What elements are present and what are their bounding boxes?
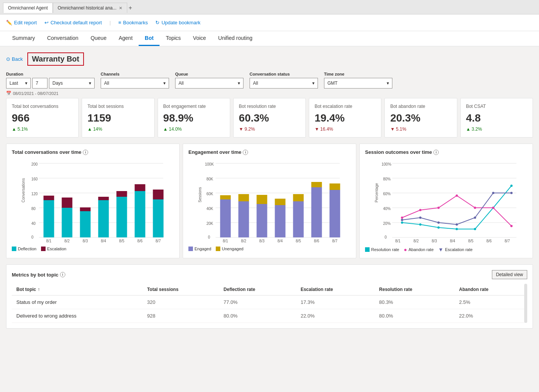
arrow-up-icon: ▲ [87,126,92,132]
tab-conversation[interactable]: Conversation [41,31,85,46]
checkout-report-button[interactable]: ↩ Checkout default report [44,20,102,25]
svg-text:80K: 80K [207,177,213,181]
info-icon[interactable]: i [83,150,88,155]
tab-bot[interactable]: Bot [139,31,160,46]
svg-text:120: 120 [32,192,38,196]
chevron-down-icon: ▾ [387,81,389,86]
engagement-chart: 100K 80K 60K 40K 20K 0 Sessions [188,159,351,242]
chart-session-outcomes: Session outcomes over time i 100% 80% 60… [359,144,533,258]
tab-topics[interactable]: Topics [160,31,187,46]
engaged-legend-color [188,247,193,251]
svg-rect-59 [311,182,322,187]
queue-select[interactable]: All ▾ [175,78,243,89]
svg-text:8/1: 8/1 [223,239,228,242]
svg-point-95 [492,207,495,209]
col-abandon-rate: Abandon rate [454,284,527,296]
col-bot-topic: Bot topic ↑ [12,284,142,296]
svg-rect-18 [80,207,91,211]
svg-point-87 [474,228,476,230]
svg-point-94 [474,207,476,209]
svg-text:8/7: 8/7 [505,239,510,242]
svg-text:8/3: 8/3 [259,239,265,242]
svg-point-103 [511,192,513,194]
cell-deflection-1: 80.0% [219,309,296,323]
kpi-bot-csat: Bot CSAT 4.8 ▲ 3.2% [460,98,533,138]
timezone-select[interactable]: GMT ▾ [324,78,392,89]
cell-escalation-0: 17.3% [296,296,375,309]
tab-omnichannel-historical[interactable]: Omnichannel historical ana... ✕ [53,3,127,13]
charts-row: Total conversations over time i 200 160 … [6,144,533,258]
svg-text:Percentage: Percentage [375,183,379,202]
date-range-label: 📅 08/01/2021 - 08/07/2021 [6,91,95,96]
svg-text:200: 200 [32,162,38,166]
svg-point-90 [401,217,403,219]
total-conversations-chart: 200 160 120 80 40 0 Conversations [12,159,174,242]
tab-queue[interactable]: Queue [84,31,112,46]
arrow-down-icon: ▼ [390,126,395,132]
svg-text:60K: 60K [207,192,213,196]
svg-rect-13 [44,200,54,237]
metrics-table-section: Metrics by bot topic i Detailed view Bot… [6,264,533,329]
svg-text:8/5: 8/5 [468,239,474,242]
svg-text:8/2: 8/2 [241,239,247,242]
svg-rect-21 [117,197,127,237]
cell-sessions-1: 928 [142,309,219,323]
kpi-change-3: ▼ 9.2% [239,126,300,132]
svg-text:8/6: 8/6 [487,239,492,242]
info-icon-outcomes[interactable]: i [433,150,439,155]
back-button[interactable]: ⊙ Back [6,56,23,62]
detailed-view-button[interactable]: Detailed view [492,270,527,279]
chart-engagement: Engagement over time i 100K 80K 60K 40K … [183,144,356,258]
svg-point-97 [401,219,403,221]
svg-rect-56 [293,201,304,237]
svg-rect-57 [293,194,304,201]
scrollbar[interactable] [524,284,527,323]
cell-topic-1: Delivered to wrong address [12,309,142,323]
bookmarks-button[interactable]: ≡ Bookmarks [119,20,148,25]
chevron-down-icon: ▾ [89,81,91,86]
svg-point-86 [456,228,458,230]
svg-point-89 [511,185,513,187]
svg-text:8/7: 8/7 [156,239,161,242]
svg-text:60%: 60% [383,192,391,196]
update-bookmark-button[interactable]: ↻ Update bookmark [155,20,201,25]
kpi-total-bot-conversations: Total bot conversations 966 ▲ 5.1% [6,98,79,138]
kpi-bot-engagement-rate: Bot engagement rate 98.9% ▲ 14.0% [158,98,230,138]
queue-filter: Queue All ▾ [175,72,243,89]
info-icon-table[interactable]: i [60,272,65,277]
tab-voice[interactable]: Voice [187,31,212,46]
conversation-status-select[interactable]: All ▾ [250,78,318,89]
close-icon[interactable]: ✕ [119,6,122,11]
col-total-sessions: Total sessions [142,284,219,296]
cell-resolution-0: 80.3% [375,296,454,309]
timezone-filter: Time zone GMT ▾ [324,72,392,89]
tab-summary[interactable]: Summary [6,31,41,46]
channels-filter: Channels All ▾ [101,72,169,89]
tab-omnichannel-agent[interactable]: Omnichannel Agent [3,3,53,13]
svg-point-91 [419,209,422,211]
add-tab-button[interactable]: + [129,5,132,11]
duration-last-select[interactable]: Last ▾ [6,78,31,89]
session-outcomes-chart: 100% 80% 60% 40% 20% 0 Percentage [365,159,527,242]
tab-unified-routing[interactable]: Unified routing [212,31,258,46]
duration-unit-select[interactable]: Days ▾ [49,78,95,89]
duration-value-input[interactable]: 7 [32,78,47,89]
table-header-row: Metrics by bot topic i Detailed view [12,270,527,279]
svg-text:8/5: 8/5 [296,239,301,242]
sort-icon[interactable]: ↑ [38,287,40,292]
resolution-legend-color [365,247,370,252]
svg-text:8/7: 8/7 [332,239,338,242]
info-icon-engagement[interactable]: i [243,150,248,155]
deflection-legend-color [12,247,16,251]
channels-select[interactable]: All ▾ [101,78,169,89]
svg-point-99 [438,221,440,224]
table-row: Status of my order 320 77.0% 17.3% 80.3%… [12,296,527,309]
svg-rect-53 [257,195,267,204]
col-deflection-rate: Deflection rate [219,284,296,296]
svg-point-83 [401,221,403,224]
svg-text:0: 0 [385,235,387,239]
svg-text:8/2: 8/2 [414,239,419,242]
tab-agent[interactable]: Agent [112,31,139,46]
edit-report-button[interactable]: ✏️ Edit report [6,20,37,25]
svg-text:8/1: 8/1 [395,239,401,242]
